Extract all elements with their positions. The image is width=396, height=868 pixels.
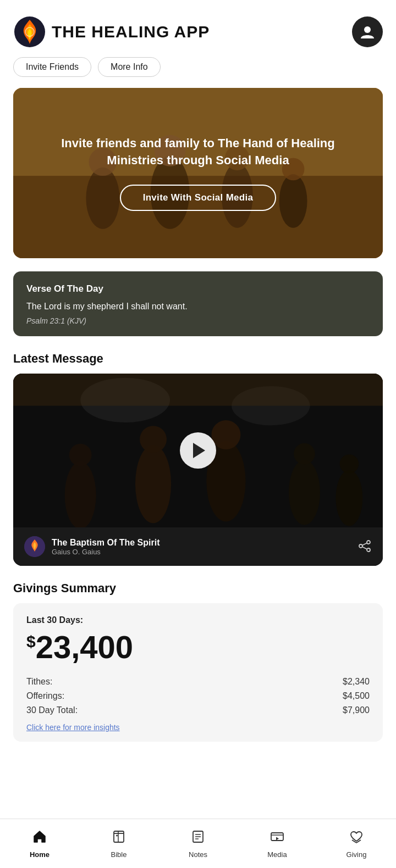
profile-icon [360, 24, 375, 40]
givings-card: Last 30 Days: $23,400 Tithes: $2,340 Off… [13, 603, 383, 742]
nav-giving-label: Giving [346, 850, 367, 859]
givings-summary-section: Givings Summary Last 30 Days: $23,400 Ti… [0, 581, 396, 742]
givings-insights-link[interactable]: Click here for more insights [26, 723, 370, 732]
latest-message-section: Latest Message [0, 352, 396, 566]
verse-reference: Psalm 23:1 (KJV) [26, 316, 370, 325]
invite-banner-content: Invite friends and family to The Hand of… [13, 88, 383, 258]
more-info-button[interactable]: More Info [98, 57, 161, 77]
verse-section-label: Verse Of The Day [26, 283, 370, 294]
notes-icon [190, 829, 206, 848]
svg-point-25 [294, 443, 315, 465]
nav-item-bible[interactable]: Bible [79, 825, 158, 863]
latest-message-title: Latest Message [0, 352, 396, 374]
givings-period-label: Last 30 Days: [26, 615, 370, 625]
nav-bible-label: Bible [111, 850, 127, 859]
share-button[interactable] [358, 539, 372, 555]
givings-offerings-label: Offerings: [26, 691, 64, 701]
nav-item-media[interactable]: Media [238, 825, 317, 863]
svg-point-26 [336, 470, 362, 526]
verse-text: The Lord is my shepherd I shall not want… [26, 300, 370, 313]
video-title: The Baptism Of The Spirit [52, 538, 160, 548]
svg-point-31 [367, 548, 370, 552]
app-header: THE HEALING APP [0, 0, 396, 57]
svg-rect-35 [114, 831, 124, 842]
svg-point-19 [69, 444, 92, 466]
currency-symbol: $ [26, 632, 36, 650]
svg-point-20 [135, 445, 171, 524]
nav-item-notes[interactable]: Notes [158, 825, 238, 863]
givings-total-row: 30 Day Total: $7,900 [26, 703, 370, 717]
home-icon [32, 829, 47, 848]
svg-point-32 [359, 544, 362, 548]
svg-point-23 [211, 420, 240, 449]
nav-item-home[interactable]: Home [0, 825, 79, 863]
video-info-left: The Baptism Of The Spirit Gaius O. Gaius [24, 536, 160, 557]
nav-home-label: Home [30, 850, 50, 859]
invite-social-media-button[interactable]: Invite With Social Media [120, 185, 277, 211]
app-title: THE HEALING APP [52, 23, 210, 41]
bible-icon [111, 829, 127, 848]
svg-line-34 [362, 547, 367, 549]
invite-friends-button[interactable]: Invite Friends [13, 57, 91, 77]
play-triangle-icon [193, 443, 205, 458]
givings-total-amount: $23,400 [26, 630, 370, 665]
givings-tithes-label: Tithes: [26, 677, 52, 687]
invite-banner-title: Invite friends and family to The Hand of… [35, 135, 361, 169]
givings-offerings-value: $4,500 [343, 691, 370, 701]
givings-amount-value: 23,400 [36, 629, 133, 665]
video-avatar-icon [24, 536, 45, 557]
logo-area: THE HEALING APP [13, 15, 210, 48]
svg-rect-28 [13, 374, 383, 406]
video-card: The Baptism Of The Spirit Gaius O. Gaius [13, 374, 383, 566]
svg-point-30 [367, 541, 370, 544]
givings-tithes-row: Tithes: $2,340 [26, 675, 370, 689]
nav-media-label: Media [267, 850, 287, 859]
video-avatar [24, 536, 45, 557]
givings-tithes-value: $2,340 [343, 677, 370, 687]
invite-banner: Invite friends and family to The Hand of… [13, 88, 383, 258]
svg-line-33 [362, 543, 367, 545]
filter-bar: Invite Friends More Info [0, 57, 396, 88]
app-logo-icon [13, 15, 46, 48]
svg-marker-46 [276, 837, 279, 840]
profile-button[interactable] [352, 16, 383, 47]
share-icon [358, 539, 372, 553]
video-info-bar: The Baptism Of The Spirit Gaius O. Gaius [13, 527, 383, 566]
givings-section-title: Givings Summary [0, 581, 396, 603]
video-play-button[interactable] [180, 432, 216, 469]
svg-point-27 [340, 454, 359, 474]
bottom-nav: Home Bible Notes [0, 819, 396, 868]
giving-icon [349, 829, 364, 848]
verse-of-day-card: Verse Of The Day The Lord is my shepherd… [13, 271, 383, 336]
svg-point-24 [289, 460, 320, 525]
nav-item-giving[interactable]: Giving [317, 825, 396, 863]
givings-offerings-row: Offerings: $4,500 [26, 689, 370, 703]
video-speaker: Gaius O. Gaius [52, 548, 160, 556]
nav-notes-label: Notes [189, 850, 207, 859]
svg-point-2 [364, 26, 371, 33]
givings-30day-label: 30 Day Total: [26, 705, 78, 715]
video-thumbnail [13, 374, 383, 527]
media-icon [270, 829, 285, 848]
svg-point-18 [65, 461, 96, 527]
svg-point-21 [140, 426, 167, 453]
video-text: The Baptism Of The Spirit Gaius O. Gaius [52, 538, 160, 556]
givings-30day-value: $7,900 [343, 705, 370, 715]
